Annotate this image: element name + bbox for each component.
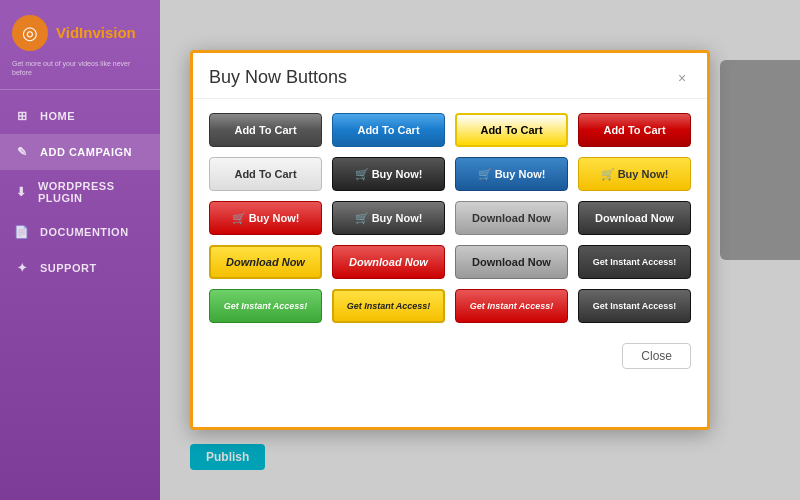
- btn-download-1[interactable]: Download Now: [455, 201, 568, 235]
- btn-access-2[interactable]: Get Instant Access!: [209, 289, 322, 323]
- sidebar-label-add-campaign: ADD CAMPAIGN: [40, 146, 132, 158]
- btn-buy-now-5[interactable]: 🛒 Buy Now!: [332, 201, 445, 235]
- sidebar: ◎ VidInvision Get more out of your video…: [0, 0, 160, 500]
- sidebar-item-support[interactable]: ✦ SUPPORT: [0, 250, 160, 286]
- logo-tagline: Get more out of your videos like never b…: [0, 59, 160, 89]
- btn-buy-now-3[interactable]: 🛒 Buy Now!: [578, 157, 691, 191]
- pencil-icon: ✎: [14, 144, 30, 160]
- btn-download-5[interactable]: Download Now: [455, 245, 568, 279]
- button-grid: Add To Cart Add To Cart Add To Cart Add …: [193, 99, 707, 337]
- btn-access-1[interactable]: Get Instant Access!: [578, 245, 691, 279]
- btn-access-5[interactable]: Get Instant Access!: [578, 289, 691, 323]
- logo: ◎ VidInvision: [0, 0, 160, 59]
- logo-text: VidInvision: [56, 25, 136, 42]
- main-area: Publish Buy Now Buttons × Add To Cart Ad…: [160, 0, 800, 500]
- modal-footer: Close: [193, 337, 707, 383]
- logo-invision: Invision: [79, 24, 136, 41]
- btn-add-to-cart-4[interactable]: Add To Cart: [578, 113, 691, 147]
- btn-add-to-cart-3[interactable]: Add To Cart: [455, 113, 568, 147]
- modal-title: Buy Now Buttons: [209, 67, 347, 88]
- sidebar-item-documentation[interactable]: 📄 DOCUMENTION: [0, 214, 160, 250]
- modal-close-x[interactable]: ×: [673, 69, 691, 87]
- btn-buy-now-2[interactable]: 🛒 Buy Now!: [455, 157, 568, 191]
- sidebar-label-home: HOME: [40, 110, 75, 122]
- sidebar-item-home[interactable]: ⊞ HOME: [0, 98, 160, 134]
- sidebar-label-support: SUPPORT: [40, 262, 97, 274]
- sidebar-nav: ⊞ HOME ✎ ADD CAMPAIGN ⬇ WORDPRESS PLUGIN…: [0, 98, 160, 500]
- btn-buy-now-4[interactable]: 🛒 Buy Now!: [209, 201, 322, 235]
- sidebar-divider: [0, 89, 160, 90]
- sidebar-item-wordpress-plugin[interactable]: ⬇ WORDPRESS PLUGIN: [0, 170, 160, 214]
- logo-icon: ◎: [12, 15, 48, 51]
- btn-access-4[interactable]: Get Instant Access!: [455, 289, 568, 323]
- download-icon: ⬇: [14, 184, 28, 200]
- btn-buy-now-1[interactable]: 🛒 Buy Now!: [332, 157, 445, 191]
- btn-access-3[interactable]: Get Instant Access!: [332, 289, 445, 323]
- modal-dialog: Buy Now Buttons × Add To Cart Add To Car…: [190, 50, 710, 430]
- doc-icon: 📄: [14, 224, 30, 240]
- modal-header: Buy Now Buttons ×: [193, 53, 707, 99]
- btn-add-to-cart-1[interactable]: Add To Cart: [209, 113, 322, 147]
- btn-add-to-cart-5[interactable]: Add To Cart: [209, 157, 322, 191]
- sidebar-label-wordpress-plugin: WORDPRESS PLUGIN: [38, 180, 146, 204]
- close-button[interactable]: Close: [622, 343, 691, 369]
- btn-download-2[interactable]: Download Now: [578, 201, 691, 235]
- btn-add-to-cart-2[interactable]: Add To Cart: [332, 113, 445, 147]
- support-icon: ✦: [14, 260, 30, 276]
- sidebar-item-add-campaign[interactable]: ✎ ADD CAMPAIGN: [0, 134, 160, 170]
- modal-overlay: Buy Now Buttons × Add To Cart Add To Car…: [160, 0, 800, 500]
- btn-download-4[interactable]: Download Now: [332, 245, 445, 279]
- sidebar-label-documentation: DOCUMENTION: [40, 226, 129, 238]
- btn-download-3[interactable]: Download Now: [209, 245, 322, 279]
- home-icon: ⊞: [14, 108, 30, 124]
